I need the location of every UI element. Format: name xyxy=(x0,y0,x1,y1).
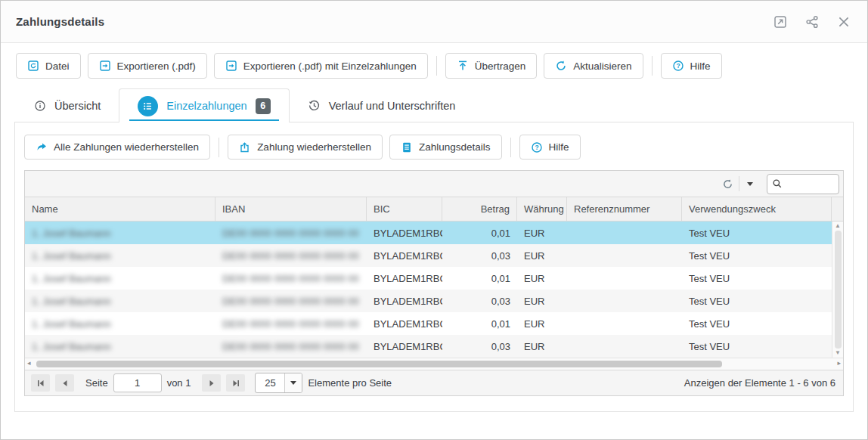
seite-label: Seite xyxy=(85,377,108,389)
name-redacted: 1. Josef Baumann xyxy=(32,250,111,262)
restore-all-button[interactable]: Alle Zahlungen wiederherstellen xyxy=(24,135,210,160)
restore-one-label: Zahlung wiederherstellen xyxy=(257,141,371,153)
datei-button[interactable]: Datei xyxy=(16,53,81,79)
table-row[interactable]: 1. Josef Baumann DE00 0000 0000 0000 000… xyxy=(25,290,832,312)
first-page-button[interactable] xyxy=(31,374,50,392)
referenznummer-cell xyxy=(567,244,682,267)
payments-hilfe-button[interactable]: ? Hilfe xyxy=(519,135,581,160)
tab-verlauf-label: Verlauf und Unterschriften xyxy=(329,100,456,112)
grid-body: 1. Josef Baumann DE00 0000 0000 0000 000… xyxy=(25,222,843,358)
pager-bar: Seite von 1 25 Elemente pro Seite Anzeig… xyxy=(25,370,843,395)
waehrung-cell: EUR xyxy=(517,267,567,290)
table-row[interactable]: 1. Josef Baumann DE00 0000 0000 0000 000… xyxy=(25,244,832,267)
per-page-label: Elemente pro Seite xyxy=(308,377,392,389)
einzelzahlungen-count-badge: 6 xyxy=(256,98,271,114)
share-icon[interactable] xyxy=(805,15,819,29)
tab-uebersicht[interactable]: Übersicht xyxy=(16,88,119,122)
table-row[interactable]: 1. Josef Baumann DE00 0000 0000 0000 000… xyxy=(25,267,832,290)
popout-icon[interactable] xyxy=(773,15,787,29)
betrag-cell: 0,01 xyxy=(442,267,517,290)
restore-one-button[interactable]: Zahlung wiederherstellen xyxy=(228,135,383,160)
referenznummer-cell xyxy=(567,312,682,335)
aktualisieren-button[interactable]: Aktualisieren xyxy=(544,53,643,79)
name-redacted: 1. Josef Baumann xyxy=(32,341,111,352)
search-input[interactable] xyxy=(785,178,830,190)
box-arrow-up-icon xyxy=(239,141,251,153)
grid-header: Name IBAN BIC Betrag Währung Referenznum… xyxy=(25,197,843,222)
export-pdf-einzel-button[interactable]: Exportieren (.pdf) mit Einzelzahlungen xyxy=(214,53,428,79)
scroll-left-icon[interactable]: ◂ xyxy=(27,359,31,367)
history-icon xyxy=(308,99,321,112)
einzelzahlungen-panel: Alle Zahlungen wiederherstellen Zahlung … xyxy=(14,122,854,412)
column-header-waehrung[interactable]: Währung xyxy=(517,197,567,221)
tab-uebersicht-label: Übersicht xyxy=(54,100,101,112)
waehrung-cell: EUR xyxy=(517,290,567,312)
referenznummer-cell xyxy=(567,222,682,244)
page-size-select[interactable]: 25 xyxy=(255,373,302,393)
prev-page-button[interactable] xyxy=(55,374,74,392)
column-header-bic[interactable]: BIC xyxy=(367,197,442,221)
search-icon xyxy=(772,178,783,189)
window-controls xyxy=(773,15,851,29)
betrag-cell: 0,01 xyxy=(442,222,517,244)
chevron-down-icon xyxy=(747,182,753,186)
refresh-icon xyxy=(555,60,567,72)
page-number-input[interactable] xyxy=(113,373,162,392)
tab-einzelzahlungen-label: Einzelzahlungen xyxy=(166,100,246,112)
bic-cell: BYLADEM1RBG xyxy=(367,244,442,267)
tab-verlauf[interactable]: Verlauf und Unterschriften xyxy=(290,88,474,122)
grid-refresh-icon[interactable] xyxy=(716,174,739,194)
zahlungsdetails-button[interactable]: Zahlungsdetails xyxy=(389,135,502,160)
help-icon: ? xyxy=(531,141,543,153)
horizontal-scrollbar[interactable]: ◂ ▸ xyxy=(25,358,843,370)
tab-einzelzahlungen[interactable]: Einzelzahlungen 6 xyxy=(119,88,289,122)
grid-menu-dropdown[interactable] xyxy=(739,174,761,194)
export-pdf-button[interactable]: Exportieren (.pdf) xyxy=(88,53,207,79)
table-row[interactable]: 1. Josef Baumann DE00 0000 0000 0000 000… xyxy=(25,222,832,244)
vertical-scrollbar[interactable]: ▲ ▼ xyxy=(832,222,843,358)
export-pdf-einzel-label: Exportieren (.pdf) mit Einzelzahlungen xyxy=(243,60,417,72)
scroll-down-icon[interactable]: ▼ xyxy=(835,350,841,356)
column-header-name[interactable]: Name xyxy=(25,197,215,221)
info-icon xyxy=(34,100,46,112)
waehrung-cell: EUR xyxy=(517,244,567,267)
iban-redacted: DE00 0000 0000 0000 0000 00 xyxy=(222,250,359,262)
uebertragen-button[interactable]: Übertragen xyxy=(445,53,538,79)
bic-cell: BYLADEM1RBG xyxy=(367,222,442,244)
column-header-verwendungszweck[interactable]: Verwendungszweck xyxy=(682,197,832,221)
page-title: Zahlungsdetails xyxy=(16,15,773,28)
export-icon xyxy=(225,60,237,72)
betrag-cell: 0,03 xyxy=(442,335,517,358)
hilfe-button[interactable]: ? Hilfe xyxy=(661,53,722,79)
file-icon xyxy=(27,60,39,72)
last-page-button[interactable] xyxy=(226,374,245,392)
verwendungszweck-cell: Test VEU xyxy=(682,222,832,244)
hilfe-label: Hilfe xyxy=(690,60,711,72)
scroll-right-icon[interactable]: ▸ xyxy=(837,359,841,367)
zahlungsdetails-label: Zahlungsdetails xyxy=(419,141,491,153)
header-scrollbar-spacer xyxy=(832,197,843,221)
next-page-button[interactable] xyxy=(202,374,221,392)
horizontal-scroll-thumb[interactable] xyxy=(36,361,722,367)
referenznummer-cell xyxy=(567,267,682,290)
table-row[interactable]: 1. Josef Baumann DE00 0000 0000 0000 000… xyxy=(25,312,832,335)
payments-grid: Name IBAN BIC Betrag Währung Referenznum… xyxy=(24,170,844,396)
table-row[interactable]: 1. Josef Baumann DE00 0000 0000 0000 000… xyxy=(25,335,832,358)
scroll-up-icon[interactable]: ▲ xyxy=(835,223,841,229)
betrag-cell: 0,03 xyxy=(442,290,517,312)
help-icon: ? xyxy=(672,60,684,72)
page-count-label: von 1 xyxy=(167,377,191,389)
close-icon[interactable] xyxy=(837,15,851,29)
column-header-iban[interactable]: IBAN xyxy=(215,197,367,221)
verwendungszweck-cell: Test VEU xyxy=(682,267,832,290)
column-header-referenznummer[interactable]: Referenznummer xyxy=(567,197,682,221)
verwendungszweck-cell: Test VEU xyxy=(682,335,832,358)
search-box[interactable] xyxy=(767,174,839,194)
upload-icon xyxy=(457,60,469,72)
toolbar-separator xyxy=(219,138,219,157)
verwendungszweck-cell: Test VEU xyxy=(682,290,832,312)
chevron-down-icon xyxy=(284,373,302,392)
main-toolbar: Datei Exportieren (.pdf) Exportieren (.p… xyxy=(1,43,867,88)
column-header-betrag[interactable]: Betrag xyxy=(442,197,517,221)
vertical-scroll-thumb[interactable] xyxy=(835,231,842,349)
